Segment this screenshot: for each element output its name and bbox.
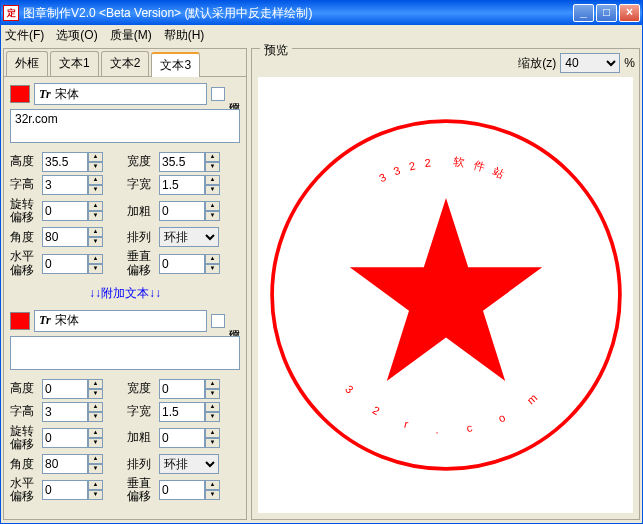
section1-width[interactable] [159,152,205,172]
window-title: 图章制作V2.0 <Beta Version> (默认采用中反走样绘制) [23,5,571,22]
section2-charW-up[interactable]: ▲ [205,402,220,412]
section1-rotOff[interactable] [42,201,88,221]
minimize-button[interactable]: _ [573,4,594,22]
label-width: 宽度 [127,155,155,168]
svg-marker-1 [349,198,541,381]
section1-bold-up[interactable]: ▲ [205,201,220,211]
section1-vOff-up[interactable]: ▲ [205,254,220,264]
section1-charH[interactable] [42,175,88,195]
label-bold: 加粗 [127,431,155,444]
section2-rotOff-up[interactable]: ▲ [88,428,103,438]
section1-charW-down[interactable]: ▼ [205,185,220,195]
section2-arrange[interactable]: 环排 [159,454,219,474]
section2-angle-down[interactable]: ▼ [88,464,103,474]
section2-charH[interactable] [42,402,88,422]
section2-rotOff-down[interactable]: ▼ [88,438,103,448]
preview-group-label: 预览 [260,42,292,59]
label-hOff: 水平 偏移 [10,477,38,503]
section1-hOff[interactable] [42,254,88,274]
tab-text3[interactable]: 文本3 [151,52,200,77]
label-vOff: 垂直 偏移 [127,250,155,276]
section2-bold-down[interactable]: ▼ [205,438,220,448]
section1-width-up[interactable]: ▲ [205,152,220,162]
font-select-1[interactable]: Tr宋体 [34,83,207,105]
label-angle: 角度 [10,458,38,471]
label-width: 宽度 [127,382,155,395]
section1-width-down[interactable]: ▼ [205,162,220,172]
menu-options[interactable]: 选项(O) [56,27,97,44]
section2-charW[interactable] [159,402,205,422]
section2-hOff-up[interactable]: ▲ [88,480,103,490]
section2-hOff-down[interactable]: ▼ [88,490,103,500]
section1-height-down[interactable]: ▼ [88,162,103,172]
stamp-preview: 3322 软件站 3 2 r . c o m [261,110,631,480]
label-height: 高度 [10,382,38,395]
section1-charW[interactable] [159,175,205,195]
section1-hOff-down[interactable]: ▼ [88,264,103,274]
section1-arrange[interactable]: 环排 [159,227,219,247]
section1-height[interactable] [42,152,88,172]
section2-angle-up[interactable]: ▲ [88,454,103,464]
section1-bold-down[interactable]: ▼ [205,211,220,221]
label-charW: 字宽 [127,178,155,191]
section2-height-down[interactable]: ▼ [88,389,103,399]
label-charH: 字高 [10,178,38,191]
section2-bold[interactable] [159,428,205,448]
section1-charW-up[interactable]: ▲ [205,175,220,185]
section2-charW-down[interactable]: ▼ [205,412,220,422]
section1-height-up[interactable]: ▲ [88,152,103,162]
section1-vOff-down[interactable]: ▼ [205,264,220,274]
section2-width-down[interactable]: ▼ [205,389,220,399]
section2-vOff[interactable] [159,480,205,500]
section1-charH-down[interactable]: ▼ [88,185,103,195]
label-hOff: 水平 偏移 [10,250,38,276]
menu-quality[interactable]: 质量(M) [110,27,152,44]
app-icon: 定 [3,5,19,21]
color-picker-2[interactable] [10,312,30,330]
section1-angle-down[interactable]: ▼ [88,237,103,247]
tab-text2[interactable]: 文本2 [101,51,150,76]
texture-checkbox-2[interactable] [211,314,225,328]
label-arrange: 排列 [127,231,155,244]
section1-angle[interactable] [42,227,88,247]
section2-width[interactable] [159,379,205,399]
svg-text:3322 软件站: 3322 软件站 [377,155,515,184]
text-input-2[interactable] [10,336,240,370]
menu-help[interactable]: 帮助(H) [164,27,205,44]
section2-vOff-up[interactable]: ▲ [205,480,220,490]
label-charH: 字高 [10,405,38,418]
menu-file[interactable]: 文件(F) [5,27,44,44]
section1-charH-up[interactable]: ▲ [88,175,103,185]
additional-text-label: ↓↓附加文本↓↓ [10,285,240,302]
section2-charH-up[interactable]: ▲ [88,402,103,412]
font-icon: Tr [39,87,51,102]
zoom-select[interactable]: 40 [560,53,620,73]
section2-hOff[interactable] [42,480,88,500]
tab-text1[interactable]: 文本1 [50,51,99,76]
tab-outer[interactable]: 外框 [6,51,48,76]
texture-checkbox-1[interactable] [211,87,225,101]
label-bold: 加粗 [127,205,155,218]
section2-angle[interactable] [42,454,88,474]
label-vOff: 垂直 偏移 [127,477,155,503]
section2-vOff-down[interactable]: ▼ [205,490,220,500]
maximize-button[interactable]: □ [596,4,617,22]
section1-rotOff-up[interactable]: ▲ [88,201,103,211]
font-select-2[interactable]: Tr宋体 [34,310,207,332]
section2-bold-up[interactable]: ▲ [205,428,220,438]
section2-charH-down[interactable]: ▼ [88,412,103,422]
section1-vOff[interactable] [159,254,205,274]
text-input-1[interactable] [10,109,240,143]
section2-height[interactable] [42,379,88,399]
font-icon: Tr [39,313,51,328]
section2-width-up[interactable]: ▲ [205,379,220,389]
section1-hOff-up[interactable]: ▲ [88,254,103,264]
close-button[interactable]: × [619,4,640,22]
section1-rotOff-down[interactable]: ▼ [88,211,103,221]
section2-rotOff[interactable] [42,428,88,448]
section1-bold[interactable] [159,201,205,221]
section2-height-up[interactable]: ▲ [88,379,103,389]
color-picker-1[interactable] [10,85,30,103]
section1-angle-up[interactable]: ▲ [88,227,103,237]
label-charW: 字宽 [127,405,155,418]
